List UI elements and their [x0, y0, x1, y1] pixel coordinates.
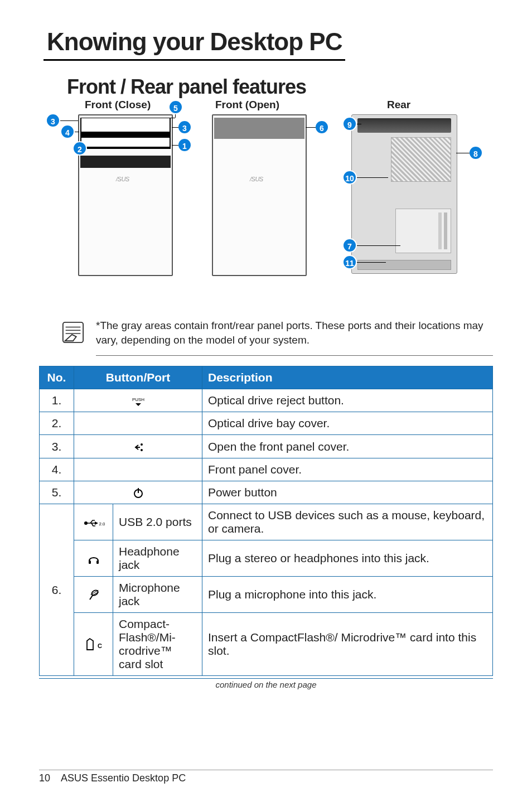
- cell-icon: PUSH: [74, 389, 202, 412]
- cell-desc: Optical drive bay cover.: [202, 412, 493, 435]
- table-row: 3. Open the front panel cover.: [40, 435, 493, 458]
- cell-desc: Plug a stereo or headphones into this ja…: [202, 540, 493, 577]
- continued-note: continued on the next page: [39, 678, 493, 689]
- cell-desc: Connect to USB devices such as a mouse, …: [202, 504, 493, 540]
- cell-icon: 2.0: [74, 504, 113, 540]
- page-number: 10: [39, 772, 50, 784]
- callout-10: 10: [342, 170, 357, 185]
- note-icon: [61, 321, 85, 344]
- cell-icon: [74, 481, 202, 504]
- section-title: Front / Rear panel features: [67, 75, 493, 99]
- cell-desc: Power button: [202, 481, 493, 504]
- th-desc: Description: [202, 366, 493, 389]
- callout-3a: 3: [46, 113, 60, 128]
- cell-name: Compact-Flash®/Mi-crodrive™ card slot: [113, 613, 202, 676]
- callout-4: 4: [60, 124, 75, 139]
- cell-icon: [74, 412, 202, 435]
- cell-name: USB 2.0 ports: [113, 504, 202, 540]
- table-row: 1. PUSH Optical drive reject button.: [40, 389, 493, 412]
- callout-11: 11: [342, 255, 357, 269]
- table-row: 6. 2.0 USB 2.0 ports Connect to USB devi…: [40, 504, 493, 540]
- chapter-title: Knowing your Desktop PC: [43, 28, 345, 61]
- cell-name: Microphone jack: [113, 577, 202, 613]
- cell-no: 5.: [40, 481, 74, 504]
- svg-point-3: [141, 449, 143, 451]
- cell-desc: Plug a microphone into this jack.: [202, 577, 493, 613]
- cell-icon: [74, 458, 202, 481]
- table-row: Headphone jack Plug a stereo or headphon…: [40, 540, 493, 577]
- cell-desc: Front panel cover.: [202, 458, 493, 481]
- th-no: No.: [40, 366, 74, 389]
- th-button: Button/Port: [74, 366, 202, 389]
- svg-text:CF: CF: [98, 642, 102, 649]
- table-row: 2. Optical drive bay cover.: [40, 412, 493, 435]
- usb-icon: 2.0: [83, 518, 105, 528]
- push-icon: PUSH: [130, 397, 147, 407]
- front-close-tower: /SUS: [78, 114, 173, 276]
- note-text: *The gray areas contain front/rear panel…: [96, 318, 493, 356]
- cell-no: 2.: [40, 412, 74, 435]
- cell-no: 4.: [40, 458, 74, 481]
- features-table: No. Button/Port Description 1. PUSH Opti…: [39, 366, 493, 676]
- callout-2: 2: [72, 141, 87, 156]
- diagram-area: Front (Close) Front (Open) Rear /SUS /SU…: [39, 101, 493, 307]
- headphone-icon: [87, 552, 100, 566]
- svg-text:2.0: 2.0: [99, 521, 105, 526]
- cell-icon: [74, 577, 113, 613]
- callout-6: 6: [315, 120, 329, 134]
- cell-desc: Optical drive reject button.: [202, 389, 493, 412]
- svg-text:PUSH: PUSH: [132, 397, 144, 402]
- label-front-open: Front (Open): [215, 99, 279, 111]
- cell-icon: CF: [74, 613, 113, 676]
- page-footer: 10 ASUS Essentio Desktop PC: [39, 770, 493, 784]
- cell-icon: [74, 435, 202, 458]
- svg-point-2: [141, 443, 143, 446]
- cell-no: 6.: [40, 504, 74, 676]
- label-rear: Rear: [387, 99, 410, 111]
- svg-line-13: [90, 595, 93, 600]
- power-icon: [132, 487, 144, 499]
- svg-rect-8: [89, 561, 91, 564]
- table-row: 4. Front panel cover.: [40, 458, 493, 481]
- rear-tower: [351, 114, 457, 274]
- cell-name: Headphone jack: [113, 540, 202, 577]
- doc-title: ASUS Essentio Desktop PC: [61, 772, 186, 784]
- open-arrow-icon: [132, 441, 144, 453]
- compactflash-icon: CF: [85, 637, 102, 652]
- table-row: 5. Power button: [40, 481, 493, 504]
- label-front-close: Front (Close): [85, 99, 151, 111]
- svg-rect-9: [96, 561, 99, 564]
- callout-5: 5: [168, 100, 183, 114]
- cell-no: 1.: [40, 389, 74, 412]
- microphone-icon: [87, 588, 100, 602]
- table-row: CF Compact-Flash®/Mi-crodrive™ card slot…: [40, 613, 493, 676]
- cell-desc: Insert a CompactFlash®/ Microdrive™ card…: [202, 613, 493, 676]
- front-open-tower: /SUS: [212, 114, 307, 276]
- callout-8: 8: [468, 146, 483, 160]
- cell-icon: [74, 540, 113, 577]
- note-block: *The gray areas contain front/rear panel…: [61, 318, 493, 356]
- cell-no: 3.: [40, 435, 74, 458]
- callout-7: 7: [342, 238, 357, 253]
- callout-9: 9: [342, 117, 357, 131]
- callout-3b: 3: [177, 120, 192, 134]
- callout-1: 1: [177, 138, 192, 152]
- table-row: Microphone jack Plug a microphone into t…: [40, 577, 493, 613]
- cell-desc: Open the front panel cover.: [202, 435, 493, 458]
